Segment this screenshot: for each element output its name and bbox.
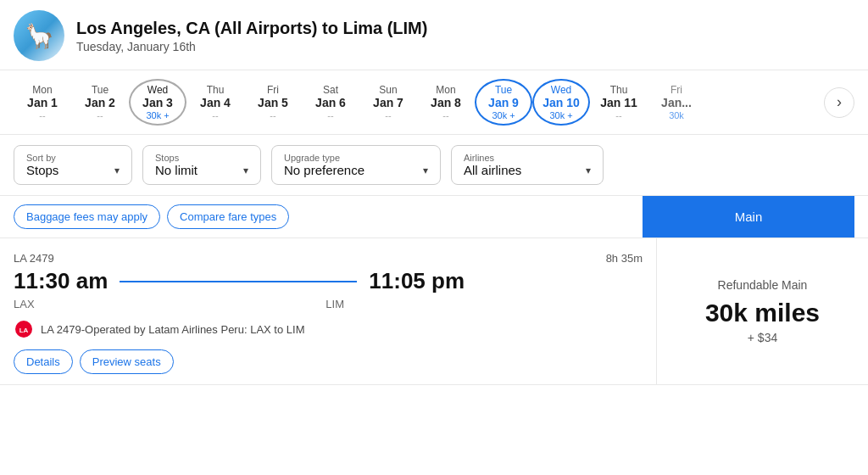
date-item-10[interactable]: ThuJan 11--: [590, 79, 648, 126]
baggage-fees-button[interactable]: Baggage fees may apply: [14, 204, 160, 229]
flight-fare-panel: Refundable Main 30k miles + $34: [656, 238, 868, 384]
date-price-label: --: [385, 110, 391, 120]
date-price-label: --: [212, 110, 218, 120]
date-item-6[interactable]: SunJan 7--: [359, 79, 417, 126]
date-item-1[interactable]: TueJan 2--: [71, 79, 129, 126]
airlines-chevron-icon: ▾: [586, 165, 591, 176]
avatar: 🦙: [14, 10, 64, 61]
date-number-label: Jan 10: [542, 96, 580, 109]
date-number-label: Jan 7: [373, 96, 403, 109]
arrive-airport: LIM: [326, 298, 344, 310]
sort-filter[interactable]: Sort by Stops ▾: [14, 145, 132, 185]
date-price-label: --: [39, 110, 45, 120]
date-number-label: Jan 3: [142, 96, 173, 109]
date-day-label: Wed: [147, 84, 168, 96]
action-bar: Baggage fees may apply Compare fare type…: [0, 196, 868, 238]
airlines-filter-label: Airlines: [464, 153, 591, 163]
date-price-label: --: [97, 110, 103, 120]
flight-left: LA 2479 8h 35m 11:30 am 11:05 pm LAX LIM…: [0, 238, 656, 384]
date-day-label: Thu: [610, 84, 628, 96]
filters: Sort by Stops ▾ Stops No limit ▾ Upgrade…: [0, 135, 868, 196]
flight-arrive-time: 11:05 pm: [369, 268, 465, 294]
date-day-label: Wed: [551, 84, 571, 96]
date-day-label: Fri: [267, 84, 279, 96]
svg-text:LA: LA: [19, 327, 29, 334]
flight-meta: LA 2479 8h 35m: [14, 252, 643, 265]
date-day-label: Fri: [670, 84, 682, 96]
date-price-label: 30k: [669, 110, 684, 120]
date-strip: MonJan 1--TueJan 2--WedJan 330k +ThuJan …: [0, 70, 868, 135]
date-number-label: Jan 4: [200, 96, 231, 109]
upgrade-filter-value: No preference: [284, 163, 364, 177]
upgrade-filter[interactable]: Upgrade type No preference ▾: [271, 145, 441, 185]
sort-chevron-icon: ▾: [114, 165, 120, 176]
page-title: Los Angeles, CA (All Airports) to Lima (…: [76, 19, 427, 38]
flight-depart-time: 11:30 am: [14, 268, 108, 294]
header: 🦙 Los Angeles, CA (All Airports) to Lima…: [0, 0, 868, 70]
date-item-11[interactable]: FriJan...30k: [648, 79, 705, 126]
flight-times: 11:30 am 11:05 pm: [14, 268, 643, 294]
page-subtitle: Tuesday, January 16th: [76, 40, 427, 53]
date-number-label: Jan 5: [258, 96, 288, 109]
upgrade-chevron-icon: ▾: [423, 165, 428, 176]
date-item-4[interactable]: FriJan 5--: [244, 79, 302, 126]
flight-duration-line: [120, 281, 357, 282]
date-price-label: --: [270, 110, 275, 120]
date-number-label: Jan 1: [27, 96, 58, 109]
date-price-label: --: [327, 110, 333, 120]
date-number-label: Jan 11: [600, 96, 637, 109]
date-item-2[interactable]: WedJan 330k +: [129, 79, 186, 126]
sort-filter-value: Stops: [26, 163, 58, 177]
flight-card: LA 2479 8h 35m 11:30 am 11:05 pm LAX LIM…: [0, 238, 868, 385]
stops-filter-label: Stops: [155, 153, 248, 163]
date-day-label: Mon: [436, 84, 455, 96]
airlines-filter-value: All airlines: [464, 163, 521, 177]
compare-fare-types-button[interactable]: Compare fare types: [167, 204, 289, 229]
fare-type-label: Refundable Main: [718, 278, 808, 292]
date-number-label: Jan 9: [488, 96, 519, 109]
date-day-label: Sat: [323, 84, 338, 96]
date-day-label: Tue: [92, 84, 108, 96]
flight-operator: LA LA 2479-Operated by Latam Airlines Pe…: [14, 319, 643, 339]
date-item-0[interactable]: MonJan 1--: [14, 79, 71, 126]
flight-actions: Details Preview seats: [14, 349, 643, 374]
date-number-label: Jan...: [661, 96, 692, 109]
date-next-button[interactable]: ›: [824, 87, 854, 118]
header-text: Los Angeles, CA (All Airports) to Lima (…: [76, 19, 427, 53]
date-item-8[interactable]: TueJan 930k +: [475, 79, 532, 126]
date-number-label: Jan 6: [315, 96, 346, 109]
stops-filter[interactable]: Stops No limit ▾: [142, 145, 261, 185]
latam-airline-icon: LA: [14, 319, 34, 339]
main-fare-label: Main: [735, 210, 763, 224]
date-price-label: 30k +: [492, 110, 515, 120]
action-left: Baggage fees may apply Compare fare type…: [14, 196, 643, 238]
stops-filter-value: No limit: [155, 163, 198, 177]
flight-number: LA 2479: [14, 252, 54, 265]
fare-miles: 30k miles: [705, 299, 820, 327]
date-item-5[interactable]: SatJan 6--: [302, 79, 359, 126]
details-button[interactable]: Details: [14, 349, 73, 374]
date-day-label: Mon: [32, 84, 52, 96]
date-number-label: Jan 8: [431, 96, 461, 109]
date-price-label: 30k +: [549, 110, 572, 120]
date-number-label: Jan 2: [85, 96, 115, 109]
main-fare-header: Main: [643, 196, 854, 238]
date-item-9[interactable]: WedJan 1030k +: [532, 79, 590, 126]
date-price-label: --: [615, 110, 621, 120]
date-item-7[interactable]: MonJan 8--: [417, 79, 475, 126]
date-price-label: 30k +: [146, 110, 169, 120]
date-price-label: --: [442, 110, 448, 120]
date-day-label: Tue: [495, 84, 512, 96]
date-day-label: Thu: [207, 84, 225, 96]
flight-duration: 8h 35m: [606, 252, 643, 265]
airlines-filter[interactable]: Airlines All airlines ▾: [451, 145, 604, 185]
stops-chevron-icon: ▾: [243, 165, 248, 176]
depart-airport: LAX: [14, 298, 35, 310]
sort-filter-label: Sort by: [26, 153, 120, 163]
upgrade-filter-label: Upgrade type: [284, 153, 428, 163]
preview-seats-button[interactable]: Preview seats: [80, 349, 174, 374]
flight-airports: LAX LIM: [14, 298, 344, 310]
date-item-3[interactable]: ThuJan 4--: [186, 79, 244, 126]
fare-cash: + $34: [748, 331, 777, 344]
operator-text: LA 2479-Operated by Latam Airlines Peru:…: [41, 323, 304, 336]
